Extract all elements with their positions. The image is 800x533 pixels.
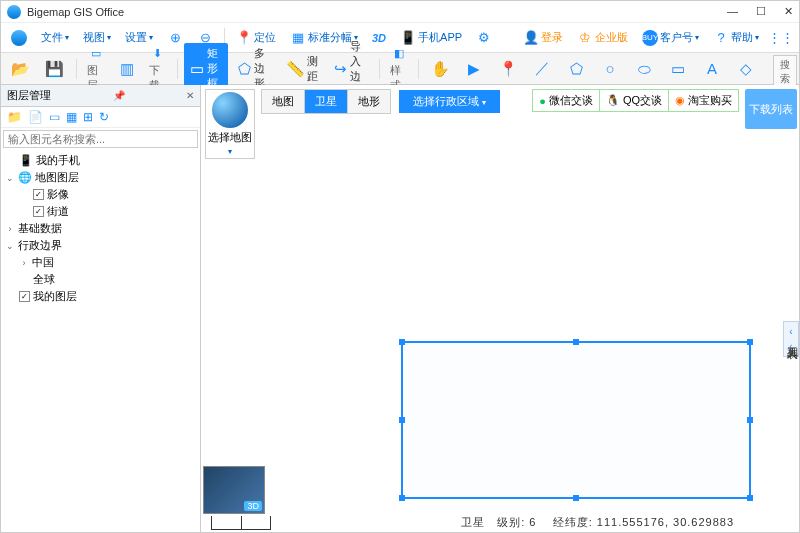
map-selector-label: 选择地图 xyxy=(208,130,252,145)
maximize-button[interactable]: ☐ xyxy=(756,5,766,18)
tool-layers-icon[interactable]: ▭ xyxy=(49,110,60,124)
text-tool[interactable]: A xyxy=(697,57,727,81)
tool-grid-icon[interactable]: ▦ xyxy=(66,110,77,124)
close-panel-icon[interactable]: ✕ xyxy=(186,90,194,101)
tree-admin[interactable]: ⌄行政边界 xyxy=(5,237,196,254)
chevron-left-icon: ‹ xyxy=(785,341,797,352)
tool-folder-icon[interactable]: 📁 xyxy=(7,110,22,124)
save-button[interactable]: 💾 xyxy=(39,57,69,81)
layer-panel-button[interactable]: ▥ xyxy=(112,57,142,81)
tab-map[interactable]: 地图 xyxy=(262,90,305,113)
tree-street[interactable]: ✓街道 xyxy=(5,203,196,220)
map-view[interactable]: 选择地图▾ 地图 卫星 地形 选择行政区域 ▾ ●微信交谈 🐧QQ交谈 ◉淘宝购… xyxy=(201,85,799,532)
3d-badge: 3D xyxy=(244,501,262,511)
app-title: Bigemap GIS Office xyxy=(27,6,124,18)
close-button[interactable]: ✕ xyxy=(784,5,793,18)
layer-search[interactable] xyxy=(3,130,198,148)
circle-tool[interactable]: ○ xyxy=(595,57,625,81)
tab-terrain[interactable]: 地形 xyxy=(348,90,390,113)
minimize-button[interactable]: ― xyxy=(727,5,738,18)
layer-tree: 📱我的手机 ⌄🌐地图图层 ✓影像 ✓街道 ›基础数据 ⌄行政边界 ›中国 全球 … xyxy=(1,150,200,532)
layer-search-input[interactable] xyxy=(8,133,193,145)
search-button[interactable]: 搜索 xyxy=(773,55,797,89)
rect-draw-tool[interactable]: ▭ xyxy=(663,57,693,81)
file-menu[interactable]: 文件▾ xyxy=(35,27,75,48)
tag-tool[interactable]: ◇ xyxy=(731,57,761,81)
layer-panel-header: 图层管理 📌 ✕ xyxy=(1,85,200,107)
pointer-tool[interactable]: ▶ xyxy=(459,57,489,81)
tree-base[interactable]: ›基础数据 xyxy=(5,220,196,237)
qq-button[interactable]: 🐧QQ交谈 xyxy=(600,90,669,111)
app-menu-icon[interactable] xyxy=(5,27,33,49)
globe-icon xyxy=(212,92,248,128)
tool-refresh-icon[interactable]: ↻ xyxy=(99,110,109,124)
tool-options-icon[interactable]: ⊞ xyxy=(83,110,93,124)
open-button[interactable]: 📂 xyxy=(5,57,35,81)
customer-button[interactable]: BUY客户号▾ xyxy=(636,27,705,49)
tool-doc-icon[interactable]: 📄 xyxy=(28,110,43,124)
tree-mylayer[interactable]: ✓我的图层 xyxy=(5,288,196,305)
chevron-left-icon: ‹ xyxy=(785,326,797,337)
shape-tool[interactable]: ⬠ xyxy=(561,57,591,81)
tree-maplayer[interactable]: ⌄🌐地图图层 xyxy=(5,169,196,186)
3d-thumbnail[interactable]: 3D xyxy=(203,466,265,514)
measure-tool[interactable]: 📏测距 xyxy=(280,51,324,87)
wechat-button[interactable]: ●微信交谈 xyxy=(533,90,600,111)
help-menu[interactable]: ?帮助▾ xyxy=(707,27,765,49)
sidebar: 图层管理 📌 ✕ 📁 📄 ▭ ▦ ⊞ ↻ 📱我的手机 ⌄🌐地图图层 ✓影像 ✓街… xyxy=(1,85,201,532)
pin-icon[interactable]: 📌 xyxy=(113,90,125,101)
tree-phone[interactable]: 📱我的手机 xyxy=(5,152,196,169)
ellipse-tool[interactable]: ⬭ xyxy=(629,57,659,81)
tree-imagery[interactable]: ✓影像 xyxy=(5,186,196,203)
tab-satellite[interactable]: 卫星 xyxy=(305,90,348,113)
more-icon[interactable]: ⋮⋮ xyxy=(767,27,795,49)
map-type-tabs: 地图 卫星 地形 xyxy=(261,89,391,114)
selection-rectangle[interactable] xyxy=(401,341,751,499)
timeline-icon[interactable] xyxy=(211,516,271,530)
app-logo-icon xyxy=(7,5,21,19)
tool-list-panel[interactable]: ‹ 工具列表 ‹ xyxy=(783,321,799,357)
taobao-button[interactable]: ◉淘宝购买 xyxy=(669,90,738,111)
tree-china[interactable]: ›中国 xyxy=(5,254,196,271)
layer-panel-title: 图层管理 xyxy=(7,88,51,103)
contact-buttons: ●微信交谈 🐧QQ交谈 ◉淘宝购买 xyxy=(532,89,739,112)
settings-gear-button[interactable]: ⚙ xyxy=(470,27,498,49)
line-tool[interactable]: ／ xyxy=(527,57,557,81)
tree-world[interactable]: 全球 xyxy=(5,271,196,288)
pin-tool[interactable]: 📍 xyxy=(493,57,523,81)
title-bar: Bigemap GIS Office 【未获授权】 【咨询电话：400-028-… xyxy=(1,1,799,23)
region-selector[interactable]: 选择行政区域 ▾ xyxy=(399,90,500,113)
pan-tool[interactable]: ✋ xyxy=(425,57,455,81)
download-list-button[interactable]: 下载列表 xyxy=(745,89,797,129)
toolbar: 📂 💾 ▭图层 ▥ ⬇下载 ▭矩形框 ⬠多边形 📏测距 ↪导入边界 ◧样式 ✋ … xyxy=(1,53,799,85)
enterprise-button[interactable]: ♔企业版 xyxy=(571,27,634,49)
panel-tools: 📁 📄 ▭ ▦ ⊞ ↻ xyxy=(1,107,200,128)
login-button[interactable]: 👤登录 xyxy=(517,27,569,49)
status-bar: 卫星 级别: 6 经纬度: 111.555176, 30.629883 xyxy=(461,515,734,530)
map-selector[interactable]: 选择地图▾ xyxy=(205,89,255,159)
